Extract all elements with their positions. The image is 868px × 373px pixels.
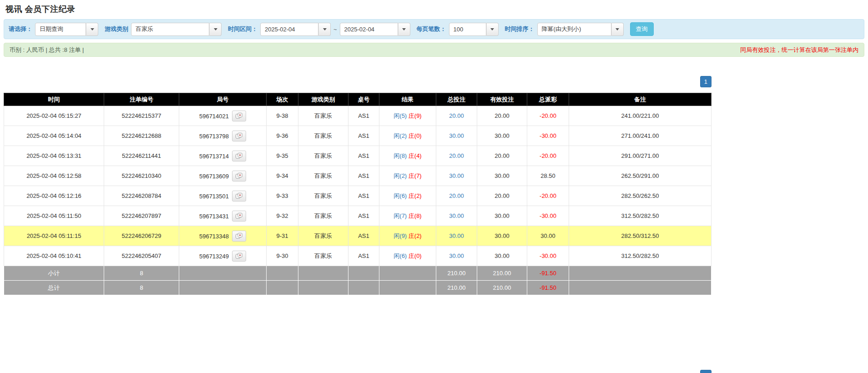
cell-table-no: AS1 xyxy=(348,186,379,206)
summary-empty xyxy=(569,281,712,295)
cell-session: 9-30 xyxy=(267,246,298,266)
table-row: 2025-02-04 05:12:16522246208784596713501… xyxy=(4,186,712,206)
filter-group-sort: 时间排序： xyxy=(505,23,624,36)
cell-result: 闲(7) 庄(8) xyxy=(379,206,436,226)
pagination-bottom: 1 xyxy=(4,370,712,373)
cell-valid-bet: 20.00 xyxy=(477,186,527,206)
summary-total-bet: 210.00 xyxy=(436,266,477,281)
cell-payout: -30.00 xyxy=(527,126,569,146)
cell-total-bet[interactable]: 20.00 xyxy=(436,106,477,126)
cell-game-type: 百家乐 xyxy=(298,246,348,266)
subtotal-row: 小计8210.00210.00-91.50 xyxy=(4,266,712,281)
cell-remark: 262.50/291.00 xyxy=(569,166,712,186)
cell-total-bet[interactable]: 30.00 xyxy=(436,226,477,246)
cell-payout: -20.00 xyxy=(527,146,569,166)
cell-table-no: AS1 xyxy=(348,146,379,166)
round-detail-button[interactable] xyxy=(232,251,246,262)
summary-payout: -91.50 xyxy=(527,266,569,281)
round-detail-button[interactable] xyxy=(232,171,246,181)
filter-group-page-size: 每页笔数： xyxy=(417,23,499,36)
cell-remark: 312.50/282.50 xyxy=(569,246,712,266)
summary-empty xyxy=(267,266,298,281)
summary-empty xyxy=(379,281,436,295)
cell-bet-id: 522246207897 xyxy=(104,206,179,226)
summary-empty xyxy=(379,266,436,281)
cell-game-type: 百家乐 xyxy=(298,166,348,186)
cell-total-bet[interactable]: 30.00 xyxy=(436,206,477,226)
cell-total-bet[interactable]: 30.00 xyxy=(436,126,477,146)
sort-input[interactable] xyxy=(537,23,611,36)
cell-total-bet[interactable]: 20.00 xyxy=(436,186,477,206)
cell-time: 2025-02-04 05:12:16 xyxy=(4,186,104,206)
date-from-input[interactable] xyxy=(260,23,318,36)
cell-time: 2025-02-04 05:13:31 xyxy=(4,146,104,166)
cell-round-id: 596713431 xyxy=(179,206,267,226)
round-detail-button[interactable] xyxy=(232,231,246,242)
cell-total-bet[interactable]: 20.00 xyxy=(436,146,477,166)
summary-label: 总计 xyxy=(4,281,104,295)
game-type-combobox xyxy=(131,23,222,36)
round-detail-button[interactable] xyxy=(232,151,246,161)
cell-time: 2025-02-04 05:14:04 xyxy=(4,126,104,146)
cell-remark: 271.00/241.00 xyxy=(569,126,712,146)
table-row: 2025-02-04 05:11:15522246206729596713348… xyxy=(4,226,712,246)
page-size-dropdown-button[interactable] xyxy=(486,23,499,36)
page-size-input[interactable] xyxy=(449,23,486,36)
game-type-input[interactable] xyxy=(131,23,209,36)
cell-table-no: AS1 xyxy=(348,166,379,186)
cell-session: 9-34 xyxy=(267,166,298,186)
round-detail-button[interactable] xyxy=(232,191,246,202)
cell-time: 2025-02-04 05:12:58 xyxy=(4,166,104,186)
table-header: 时间注单编号局号场次游戏类别桌号结果总投注有效投注总派彩备注 xyxy=(4,93,712,106)
info-bar: 币别 : 人民币 | 总共 :8 注单 | 同局有效投注，统一计算在该局第一张注… xyxy=(4,43,864,57)
cell-valid-bet: 20.00 xyxy=(477,146,527,166)
game-type-dropdown-button[interactable] xyxy=(209,23,222,36)
cell-table-no: AS1 xyxy=(348,126,379,146)
table-header-row: 时间注单编号局号场次游戏类别桌号结果总投注有效投注总派彩备注 xyxy=(4,93,712,106)
page-title: 视讯 会员下注纪录 xyxy=(0,0,868,17)
date-to-dropdown-button[interactable] xyxy=(398,23,410,36)
summary-label: 小计 xyxy=(4,266,104,281)
cell-remark: 291.00/271.00 xyxy=(569,146,712,166)
filter-group-game-type: 游戏类别 xyxy=(105,23,222,36)
round-detail-icon xyxy=(236,133,242,139)
select-type-input[interactable] xyxy=(35,23,86,36)
cell-payout: -30.00 xyxy=(527,206,569,226)
date-from-combobox xyxy=(260,23,331,36)
cell-bet-id: 522246210340 xyxy=(104,166,179,186)
round-detail-button[interactable] xyxy=(232,131,246,141)
filter-group-date-range: 时间区间： ~ xyxy=(228,23,410,36)
chevron-down-icon xyxy=(616,28,619,30)
summary-total-bet: 210.00 xyxy=(436,281,477,295)
search-button[interactable]: 查询 xyxy=(630,22,654,36)
select-type-dropdown-button[interactable] xyxy=(86,23,98,36)
cell-session: 9-32 xyxy=(267,206,298,226)
cell-payout: 30.00 xyxy=(527,226,569,246)
sort-dropdown-button[interactable] xyxy=(611,23,624,36)
select-type-combobox xyxy=(35,23,98,36)
table-row: 2025-02-04 05:15:27522246215377596714021… xyxy=(4,106,712,126)
page-button-1[interactable]: 1 xyxy=(700,76,712,87)
column-header: 有效投注 xyxy=(477,93,527,106)
page-size-label: 每页笔数： xyxy=(417,25,446,33)
page-button-1-bottom[interactable]: 1 xyxy=(700,370,712,373)
cell-game-type: 百家乐 xyxy=(298,206,348,226)
cell-valid-bet: 30.00 xyxy=(477,246,527,266)
cell-valid-bet: 30.00 xyxy=(477,226,527,246)
round-detail-button[interactable] xyxy=(232,111,246,121)
column-header: 游戏类别 xyxy=(298,93,348,106)
round-detail-icon xyxy=(236,253,242,259)
total-row: 总计8210.00210.00-91.50 xyxy=(4,281,712,295)
cell-bet-id: 522246212688 xyxy=(104,126,179,146)
bets-table: 时间注单编号局号场次游戏类别桌号结果总投注有效投注总派彩备注 2025-02-0… xyxy=(4,93,712,295)
cell-total-bet[interactable]: 30.00 xyxy=(436,166,477,186)
table-row: 2025-02-04 05:14:04522246212688596713798… xyxy=(4,126,712,146)
cell-total-bet[interactable]: 30.00 xyxy=(436,246,477,266)
date-from-dropdown-button[interactable] xyxy=(318,23,331,36)
round-detail-button[interactable] xyxy=(232,211,246,222)
chevron-down-icon xyxy=(214,28,217,30)
date-to-input[interactable] xyxy=(340,23,398,36)
cell-bet-id: 522246206729 xyxy=(104,226,179,246)
date-range-label: 时间区间： xyxy=(228,25,257,33)
summary-empty xyxy=(179,281,267,295)
